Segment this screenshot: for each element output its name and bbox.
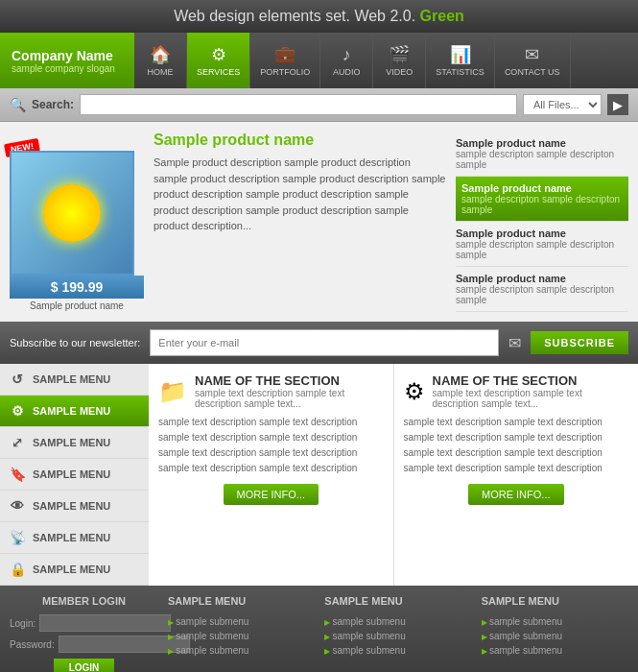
left-menu-item-2[interactable]: ⤢SAMPLE MENU xyxy=(0,427,149,459)
product-box xyxy=(10,151,134,276)
sidebar-product-2[interactable]: Sample product namesample descripton sam… xyxy=(456,222,628,267)
menu-icon-1: ⚙ xyxy=(10,403,25,419)
product-price-tag: $ 199.99 xyxy=(10,276,144,299)
login-button[interactable]: LOGIN xyxy=(54,659,115,672)
product-info: Sample product name Sample product descr… xyxy=(154,132,446,312)
menu-icon-4: 👁 xyxy=(10,498,25,514)
menu-icon-5: 📡 xyxy=(10,530,25,545)
section-header-1: ⚙ NAME OF THE SECTION sample text descri… xyxy=(404,373,629,409)
login-row: Login: xyxy=(10,614,158,632)
nav-logo[interactable]: Company Name sample company slogan xyxy=(0,33,134,88)
email-icon: ✉ xyxy=(508,334,521,352)
search-dropdown[interactable]: All Files... xyxy=(523,94,602,115)
contact-icon: ✉ xyxy=(525,44,539,65)
menu-icon-0: ↺ xyxy=(10,372,25,387)
footer-menu-title-1: SAMPLE MENU xyxy=(324,595,471,607)
menu-label-6: SAMPLE MENU xyxy=(33,564,110,575)
footer: MEMBER LOGIN Login: Password: LOGIN SAMP… xyxy=(0,586,638,672)
newsletter-bar: Subscribe to our newsletter: ✉ SUBSCRIBE xyxy=(0,322,638,364)
footer-menu-item-0-0[interactable]: sample submenu xyxy=(168,614,315,629)
left-menu-item-3[interactable]: 🔖SAMPLE MENU xyxy=(0,459,149,491)
sidebar-product-0[interactable]: Sample product namesample descripton sam… xyxy=(456,132,628,177)
section-body-0: sample text description sample text desc… xyxy=(158,415,384,476)
footer-menu-item-1-1[interactable]: sample submenu xyxy=(324,629,471,643)
product-price: $ 199.99 xyxy=(13,279,140,295)
newsletter-input[interactable] xyxy=(150,329,499,356)
login-input[interactable] xyxy=(39,614,171,632)
menu-label-4: SAMPLE MENU xyxy=(33,500,110,512)
left-menu-item-4[interactable]: 👁SAMPLE MENU xyxy=(0,491,149,522)
company-slogan: sample company slogan xyxy=(12,63,123,74)
content-col-1: ⚙ NAME OF THE SECTION sample text descri… xyxy=(394,364,639,586)
company-name: Company Name xyxy=(12,48,123,63)
sidebar-product-3[interactable]: Sample product namesample descripton sam… xyxy=(456,267,628,312)
search-button[interactable]: ▶ xyxy=(607,94,628,115)
member-login-title: MEMBER LOGIN xyxy=(10,595,158,607)
menu-label-1: SAMPLE MENU xyxy=(33,405,110,417)
title-text: Web design elements set. Web 2.0. xyxy=(174,8,415,24)
portfolio-icon: 💼 xyxy=(274,44,295,65)
footer-menu-1: SAMPLE MENUsample submenusample submenus… xyxy=(324,595,471,672)
services-label: SERVICES xyxy=(197,67,240,77)
left-menu-item-5[interactable]: 📡SAMPLE MENU xyxy=(0,522,149,554)
product-description: Sample product description sample produc… xyxy=(154,155,446,234)
footer-menu-item-1-0[interactable]: sample submenu xyxy=(324,614,471,629)
product-name-label: Sample product name xyxy=(10,300,144,311)
footer-menu-item-2-0[interactable]: sample submenu xyxy=(482,614,628,629)
footer-menu-item-2-2[interactable]: sample submenu xyxy=(482,643,628,658)
search-icon: 🔍 xyxy=(10,97,26,112)
section-icon-0: 📁 xyxy=(158,378,187,405)
left-menu-item-0[interactable]: ↺SAMPLE MENU xyxy=(0,364,149,396)
footer-menu-item-1-2[interactable]: sample submenu xyxy=(324,643,471,658)
nav-item-statistics[interactable]: 📊STATISTICS xyxy=(426,33,495,88)
subscribe-button[interactable]: SUBSCRIBE xyxy=(531,331,628,354)
section-title-0: NAME OF THE SECTION xyxy=(195,373,384,388)
footer-menu-item-0-1[interactable]: sample submenu xyxy=(168,629,315,643)
bottom-section: ↺SAMPLE MENU⚙SAMPLE MENU⤢SAMPLE MENU🔖SAM… xyxy=(0,364,638,586)
more-info-button-1[interactable]: MORE INFO... xyxy=(468,484,564,505)
footer-menu-0: SAMPLE MENUsample submenusample submenus… xyxy=(168,595,315,672)
nav-item-home[interactable]: 🏠HOME xyxy=(134,33,187,88)
nav-items: 🏠HOME⚙SERVICES💼PORTFOLIO♪AUDIO🎬VIDEO📊STA… xyxy=(134,33,638,88)
section-subtitle-1: sample text description sample text desc… xyxy=(433,388,629,409)
portfolio-label: PORTFOLIO xyxy=(260,67,310,77)
footer-menu-title-0: SAMPLE MENU xyxy=(168,595,315,607)
product-title: Sample product name xyxy=(154,132,446,149)
menu-icon-2: ⤢ xyxy=(10,435,25,450)
nav-bar: Company Name sample company slogan 🏠HOME… xyxy=(0,33,638,88)
search-bar: 🔍 Search: All Files... ▶ xyxy=(0,88,638,122)
footer-menu-item-0-2[interactable]: sample submenu xyxy=(168,643,315,658)
sp-desc-3: sample descripton sample descripton samp… xyxy=(456,284,628,305)
main-content: NEW! $ 199.99 Sample product name Sample… xyxy=(0,122,638,322)
search-label: Search: xyxy=(32,98,74,111)
left-menu-item-6[interactable]: 🔒SAMPLE MENU xyxy=(0,554,149,586)
audio-icon: ♪ xyxy=(343,45,351,65)
menu-icon-3: 🔖 xyxy=(10,467,25,482)
nav-item-portfolio[interactable]: 💼PORTFOLIO xyxy=(250,33,320,88)
left-menu-item-1[interactable]: ⚙SAMPLE MENU xyxy=(0,396,149,427)
nav-item-audio[interactable]: ♪AUDIO xyxy=(320,33,373,88)
contact-label: CONTACT US xyxy=(505,67,560,77)
sp-desc-2: sample descripton sample descripton samp… xyxy=(456,239,628,260)
title-highlight: Green xyxy=(420,8,464,24)
sp-name-3: Sample product name xyxy=(456,273,628,284)
nav-item-contact[interactable]: ✉CONTACT US xyxy=(495,33,571,88)
sp-name-1: Sample product name xyxy=(461,182,623,194)
sp-name-0: Sample product name xyxy=(456,137,628,149)
nav-item-video[interactable]: 🎬VIDEO xyxy=(373,33,426,88)
more-info-button-0[interactable]: MORE INFO... xyxy=(224,484,319,505)
title-bar: Web design elements set. Web 2.0. Green xyxy=(0,0,638,33)
menu-label-5: SAMPLE MENU xyxy=(33,532,110,543)
video-label: VIDEO xyxy=(386,67,413,77)
video-icon: 🎬 xyxy=(389,44,410,65)
section-icon-1: ⚙ xyxy=(404,378,425,405)
search-input[interactable] xyxy=(80,94,517,115)
sidebar-products: Sample product namesample descripton sam… xyxy=(456,132,628,312)
menu-label-0: SAMPLE MENU xyxy=(33,373,110,385)
password-label: Password: xyxy=(10,639,55,650)
footer-menu-item-2-1[interactable]: sample submenu xyxy=(482,629,628,643)
left-menu: ↺SAMPLE MENU⚙SAMPLE MENU⤢SAMPLE MENU🔖SAM… xyxy=(0,364,149,586)
sidebar-product-1[interactable]: Sample product namesample descripton sam… xyxy=(456,177,628,222)
content-sections: 📁 NAME OF THE SECTION sample text descri… xyxy=(149,364,638,586)
nav-item-services[interactable]: ⚙SERVICES xyxy=(187,33,250,88)
